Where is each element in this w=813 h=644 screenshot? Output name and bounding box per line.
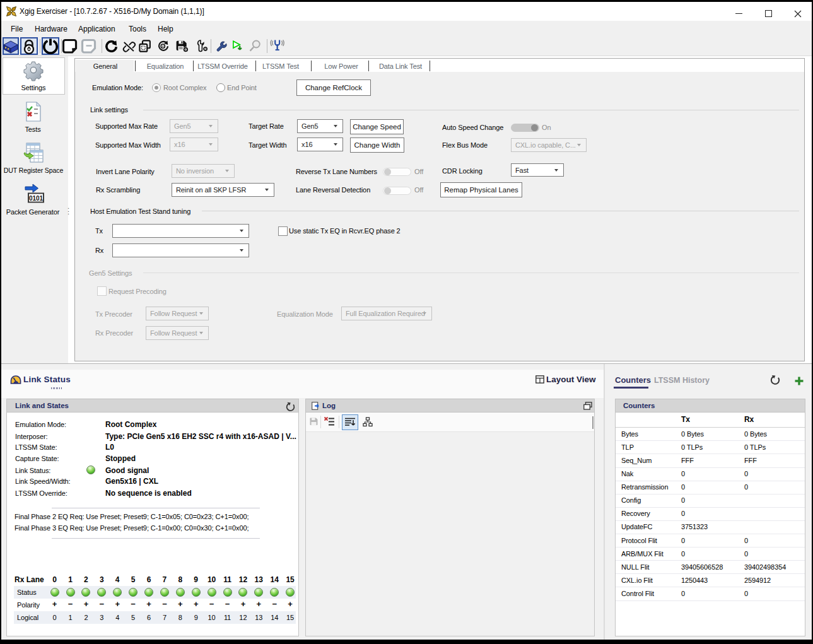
- svg-text:0101: 0101: [29, 195, 44, 202]
